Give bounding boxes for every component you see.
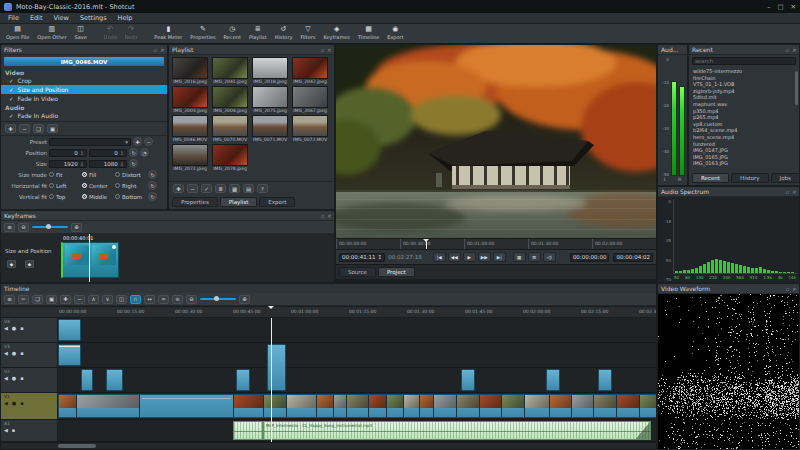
track-lane-v4[interactable] [58, 318, 656, 343]
track-lane-v2[interactable] [58, 368, 656, 393]
timeline-split-button[interactable]: ◫ [116, 295, 127, 304]
clip-segment[interactable] [77, 395, 140, 417]
playlist-item[interactable]: IMG_0072.MOV [292, 115, 331, 142]
video-clip[interactable] [81, 369, 93, 391]
player-playhead[interactable] [426, 239, 427, 249]
clip-segment[interactable] [640, 395, 657, 417]
float-icon[interactable]: ▫ [785, 189, 788, 195]
filter-item-fade-in-audio[interactable]: ✓Fade In Audio [1, 111, 167, 120]
recent-item[interactable]: fireChain [689, 75, 799, 82]
size-mode-option-fit[interactable]: Fit [49, 172, 80, 178]
timeline-scrub-button[interactable]: ↔ [144, 295, 155, 304]
spinner-icon[interactable]: ↕ [120, 161, 124, 167]
clip-segment[interactable] [404, 395, 420, 417]
recent-item[interactable]: funzered [689, 141, 799, 148]
timeline-copy-button[interactable]: ❏ [32, 295, 43, 304]
position-reset-button[interactable]: ↻ [129, 148, 138, 157]
recent-search-input[interactable] [692, 57, 796, 65]
timeline-append-button[interactable]: ✚ [60, 295, 71, 304]
view-details-button[interactable]: ▤ [243, 184, 254, 193]
playlist-tab-playlist[interactable]: Playlist [220, 197, 258, 207]
clip-segment[interactable] [387, 395, 404, 417]
track-lock-icon[interactable]: ▪ [20, 325, 23, 331]
clip-segment[interactable] [594, 395, 617, 417]
toolbar-filters-button[interactable]: ▽Filters [296, 25, 319, 41]
clip-segment[interactable] [287, 395, 317, 417]
clip-segment[interactable] [502, 395, 525, 417]
play-button[interactable]: ▶ [463, 252, 476, 262]
toolbar-save-button[interactable]: ◫Save [70, 25, 90, 41]
keyframe-marker-icon[interactable] [112, 245, 116, 249]
track-mute-icon[interactable]: ◀ [4, 400, 8, 406]
recent-tab-jobs[interactable]: Jobs [771, 173, 800, 183]
grid-icon[interactable]: ▦ [513, 252, 526, 262]
fast-forward-button[interactable]: ▶▶ [478, 252, 491, 262]
preset-delete-button[interactable]: − [144, 137, 153, 146]
track-hide-icon[interactable]: ● [12, 400, 16, 406]
timeline-playhead[interactable] [271, 318, 272, 442]
toolbar-open-other-button[interactable]: ▥Open Other [33, 25, 70, 41]
recent-item[interactable]: IMG_0147.JPG [689, 147, 799, 154]
size-h-field[interactable]: 1080↕ [89, 160, 127, 168]
clip-segment[interactable] [420, 395, 434, 417]
clip-segment[interactable] [264, 395, 287, 417]
checkbox-checked-icon[interactable]: ✓ [9, 78, 14, 84]
timeline-paste-button[interactable]: ▣ [46, 295, 57, 304]
track-lock-icon[interactable]: ▪ [20, 375, 23, 381]
vfit-reset-button[interactable]: ↻ [148, 192, 157, 201]
track-head-a1[interactable]: A1◀▪ [1, 420, 57, 442]
float-icon[interactable]: ▫ [320, 213, 323, 219]
recent-item[interactable]: wilde75-intermezzo [689, 68, 799, 75]
paste-filters-button[interactable]: ▣ [47, 124, 58, 133]
filmstrip-clip[interactable] [58, 394, 657, 418]
recent-tab-recent[interactable]: Recent [692, 173, 729, 183]
zoom-fit-icon[interactable]: ⊞ [528, 252, 541, 262]
timeline-cut-button[interactable]: ✂ [18, 295, 29, 304]
audio-clip[interactable]: McF_intermezzo - CL_Happy_Song_instrumen… [263, 421, 651, 440]
scrollbar-handle[interactable] [58, 444, 96, 448]
track-lane-v1[interactable] [58, 393, 656, 420]
close-icon[interactable]: ✕ [792, 189, 796, 195]
hfit-option-center[interactable]: Center [82, 183, 113, 189]
close-icon[interactable]: ✕ [327, 213, 331, 219]
close-icon[interactable]: ✕ [792, 47, 796, 53]
video-clip[interactable] [598, 369, 612, 391]
track-lane-v3[interactable] [58, 343, 656, 368]
clip-segment[interactable] [369, 395, 387, 417]
position-y-field[interactable]: 0↕ [89, 149, 127, 157]
menu-view[interactable]: View [48, 13, 73, 23]
toolbar-properties-button[interactable]: ✎Properties [186, 25, 219, 41]
close-icon[interactable]: ✕ [160, 47, 164, 53]
recent-item[interactable]: p350.mp4 [689, 108, 799, 115]
size-mode-option-fill[interactable]: Fill [82, 172, 113, 178]
float-icon[interactable]: ▫ [785, 47, 788, 53]
timeline-lift-button[interactable]: ∧ [88, 295, 99, 304]
remove-filter-button[interactable]: − [19, 124, 30, 133]
timeline-zoom-out-button[interactable]: ⊖ [186, 295, 197, 304]
track-lock-icon[interactable]: ▪ [20, 400, 23, 406]
video-clip[interactable] [106, 369, 123, 391]
audio-clip[interactable] [233, 421, 263, 440]
position-timecode-field[interactable]: 00:00:41:11↕ [339, 253, 385, 262]
float-icon[interactable]: ▫ [320, 47, 323, 53]
timeline-ripple-all-button[interactable]: ≋ [172, 295, 183, 304]
timeline-zoom-in-button[interactable]: ⊕ [239, 295, 250, 304]
checkbox-checked-icon[interactable]: ✓ [9, 96, 14, 102]
track-mute-icon[interactable]: ◀ [4, 350, 8, 356]
size-w-field[interactable]: 1920↕ [49, 160, 87, 168]
playlist-item[interactable]: IMG_2072.jpeg [172, 144, 211, 171]
position-x-field[interactable]: 0↕ [49, 149, 87, 157]
track-head-v4[interactable]: V4◀●▪ [1, 318, 57, 343]
rewind-button[interactable]: ◀◀ [448, 252, 461, 262]
toolbar-redo-button[interactable]: ↷Redo [121, 25, 142, 41]
playlist-item[interactable]: IMG_0046.MOV [172, 115, 211, 142]
recent-item[interactable]: 5dfsd.mlt [689, 94, 799, 101]
copy-filters-button[interactable]: ❏ [33, 124, 44, 133]
preset-save-button[interactable]: ✚ [133, 137, 142, 146]
video-clip[interactable] [461, 369, 475, 391]
toolbar-export-button[interactable]: ◉Export [383, 25, 407, 41]
in-point-field[interactable]: 00:00:00:00 [570, 253, 610, 262]
recent-scrollbar[interactable] [795, 71, 798, 105]
menu-edit[interactable]: Edit [25, 13, 48, 23]
playlist-item[interactable]: IMG_2078.jpeg [212, 144, 251, 171]
